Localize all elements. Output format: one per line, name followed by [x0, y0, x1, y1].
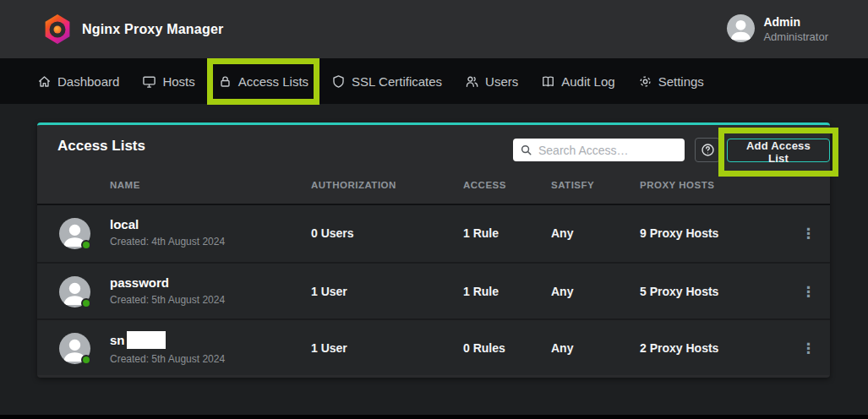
panel-title: Access Lists: [57, 138, 145, 155]
column-access: ACCESS: [463, 180, 506, 190]
top-header: Nginx Proxy Manager Admin Administrator: [0, 0, 868, 58]
user-role: Administrator: [763, 30, 828, 44]
satisfy-value: Any: [551, 341, 573, 355]
help-button[interactable]: [695, 138, 720, 162]
proxy-hosts-value: 5 Proxy Hosts: [640, 285, 718, 298]
online-status-dot: [81, 298, 91, 308]
home-icon: [37, 74, 52, 89]
search-box: [513, 139, 685, 161]
satisfy-value: Any: [551, 226, 573, 240]
kebab-menu-icon[interactable]: ⋮: [796, 283, 821, 301]
column-satisfy: SATISFY: [551, 180, 594, 190]
online-status-dot: [81, 355, 91, 365]
lock-icon: [218, 74, 232, 89]
table-column-headers: NAME AUTHORIZATION ACCESS SATISFY PROXY …: [37, 169, 830, 204]
kebab-menu-icon[interactable]: ⋮: [796, 225, 821, 242]
access-list-avatar: [59, 276, 90, 307]
access-list-avatar: [59, 218, 90, 249]
column-authorization: AUTHORIZATION: [311, 180, 396, 190]
question-circle-icon: [701, 143, 715, 157]
nginx-proxy-manager-logo-icon: [44, 14, 71, 44]
panel-header: Access Lists Add Access List: [37, 125, 830, 169]
access-value: 0 Rules: [463, 341, 505, 355]
redaction-box: [127, 331, 166, 349]
column-proxy-hosts: PROXY HOSTS: [640, 180, 714, 190]
access-value: 1 Rule: [463, 226, 499, 240]
user-name: Admin: [763, 15, 828, 30]
authorization-value: 1 User: [311, 341, 347, 355]
access-value: 1 Rule: [463, 285, 499, 298]
nav-item-hosts[interactable]: Hosts: [142, 74, 194, 89]
nav-item-access-lists[interactable]: Access Lists: [218, 74, 308, 89]
add-access-list-button[interactable]: Add Access List: [727, 139, 830, 162]
column-name: NAME: [110, 180, 140, 190]
nav-item-settings[interactable]: Settings: [638, 74, 704, 89]
table-row[interactable]: password Created: 5th August 2024 1 User…: [37, 262, 830, 318]
table-row[interactable]: local Created: 4th August 2024 0 Users 1…: [37, 205, 830, 262]
created-date: Created: 5th August 2024: [110, 294, 225, 306]
access-lists-table: local Created: 4th August 2024 0 Users 1…: [37, 204, 830, 375]
window-bottom-edge: [0, 415, 868, 419]
proxy-hosts-value: 2 Proxy Hosts: [640, 341, 718, 355]
nav-item-audit-log[interactable]: Audit Log: [541, 74, 614, 89]
created-date: Created: 5th August 2024: [110, 353, 225, 365]
satisfy-value: Any: [551, 285, 573, 298]
nav-item-users[interactable]: Users: [465, 74, 518, 89]
access-lists-panel: Access Lists Add Access List NAME AUTHOR…: [37, 122, 830, 378]
access-list-name: sn: [110, 333, 125, 347]
authorization-value: 1 User: [311, 285, 347, 298]
main-nav: Dashboard Hosts Access Lists SSL Certifi…: [0, 58, 868, 104]
authorization-value: 0 Users: [311, 226, 354, 240]
search-input[interactable]: [538, 144, 678, 157]
access-list-name: local: [110, 217, 139, 231]
kebab-menu-icon[interactable]: ⋮: [796, 340, 821, 357]
monitor-icon: [142, 74, 156, 89]
app-window: Nginx Proxy Manager Admin Administrator …: [0, 0, 868, 419]
table-row[interactable]: sn Created: 5th August 2024 1 User 0 Rul…: [37, 318, 830, 375]
person-icon: [727, 14, 755, 42]
created-date: Created: 4th August 2024: [110, 236, 225, 248]
access-list-name: password: [110, 275, 169, 290]
nav-item-dashboard[interactable]: Dashboard: [37, 74, 119, 89]
gear-icon: [638, 74, 652, 89]
app-title: Nginx Proxy Manager: [82, 22, 223, 37]
proxy-hosts-value: 9 Proxy Hosts: [640, 226, 718, 240]
brand: Nginx Proxy Manager: [44, 14, 223, 44]
search-icon: [520, 144, 532, 156]
user-avatar: [727, 14, 755, 42]
online-status-dot: [81, 240, 91, 250]
book-icon: [541, 74, 555, 89]
user-menu[interactable]: Admin Administrator: [727, 14, 828, 44]
nav-item-ssl-certificates[interactable]: SSL Certificates: [331, 74, 442, 89]
shield-icon: [331, 74, 346, 89]
users-icon: [465, 74, 479, 89]
access-list-avatar: [59, 333, 90, 364]
